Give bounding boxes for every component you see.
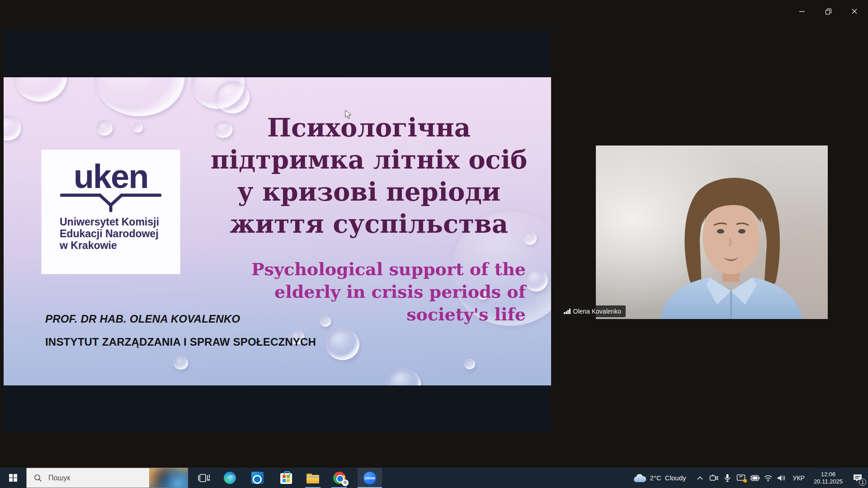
outlook-button[interactable] — [247, 468, 268, 488]
presentation-slide: uken Uniwersytet Komisji Edukacji Narodo… — [4, 77, 551, 385]
task-view-button[interactable] — [193, 468, 214, 488]
bubble — [174, 356, 188, 370]
search-placeholder: Пошук — [48, 474, 70, 482]
cast-notification-dot — [743, 479, 747, 483]
speaker-icon — [777, 474, 786, 482]
signal-bars-icon — [564, 309, 571, 314]
zoom-button[interactable]: zoom — [358, 468, 382, 488]
bubble — [215, 81, 250, 113]
bubble — [96, 120, 113, 136]
slide-institute: INSTYTUT ZARZĄDZANIA I SPRAW SPOŁECZNYCH — [45, 336, 316, 348]
chrome-profile-badge — [342, 479, 349, 486]
hidden-icons-button[interactable] — [693, 468, 707, 488]
start-icon — [9, 474, 17, 482]
bubble — [94, 77, 184, 116]
minimize-icon — [799, 8, 805, 14]
task-view-icon — [198, 473, 210, 483]
participant-name-tag: Olena Kovalenko — [561, 305, 626, 317]
close-button[interactable] — [844, 5, 864, 18]
file-explorer-icon — [307, 474, 319, 483]
microphone-tray-button[interactable] — [721, 468, 734, 488]
close-icon — [851, 8, 858, 14]
participant-portrait — [596, 145, 828, 319]
weather-widget[interactable]: 2°C Cloudy — [628, 468, 693, 488]
restore-button[interactable] — [818, 5, 838, 18]
system-tray: 2°C Cloudy — [628, 468, 868, 488]
edge-icon — [224, 472, 236, 484]
zoom-icon: zoom — [363, 472, 376, 484]
camera-icon — [709, 474, 718, 482]
edge-button[interactable] — [219, 468, 240, 488]
slide-title: Психологічна підтримка літніх осіб у кри… — [139, 112, 551, 240]
minimize-button[interactable] — [792, 5, 812, 18]
bubble — [4, 115, 21, 141]
battery-icon — [749, 475, 760, 481]
language-indicator[interactable]: УКР — [788, 474, 809, 482]
search-icon — [34, 474, 42, 482]
participant-video[interactable]: Olena Kovalenko — [596, 145, 828, 319]
camera-tray-button[interactable] — [707, 468, 721, 488]
search-highlight-image[interactable] — [149, 468, 188, 488]
slide-subtitle: Psychological support of the elderly in … — [209, 258, 526, 326]
taskbar: Пошук zoom — [0, 468, 868, 488]
clock-time: 12:06 — [814, 471, 843, 478]
restore-icon — [825, 8, 832, 15]
bubble — [464, 359, 475, 369]
bubble — [14, 77, 67, 102]
weather-temperature: 2°C — [650, 474, 661, 482]
zoom-meeting-window: uken Uniwersytet Komisji Edukacji Narodo… — [0, 0, 868, 488]
clock-date: 20.11.2025 — [814, 478, 843, 485]
taskbar-clock[interactable]: 12:06 20.11.2025 — [809, 471, 847, 485]
weather-condition: Cloudy — [665, 474, 686, 482]
taskbar-search[interactable]: Пошук — [26, 468, 188, 488]
bubble — [387, 369, 421, 385]
file-explorer-button[interactable] — [302, 468, 323, 488]
store-icon — [280, 473, 292, 484]
notification-count-badge: 1 — [859, 479, 866, 486]
screen-share-area: uken Uniwersytet Komisji Edukacji Narodo… — [4, 29, 551, 432]
notification-center-button[interactable]: 1 — [847, 468, 868, 488]
microphone-icon — [724, 474, 731, 482]
battery-tray-button[interactable] — [748, 468, 761, 488]
chevron-up-icon — [697, 476, 703, 480]
store-button[interactable] — [276, 468, 297, 488]
volume-tray-button[interactable] — [775, 468, 788, 488]
weather-cloud-icon — [633, 474, 646, 483]
mouse-cursor — [345, 110, 352, 119]
window-controls — [792, 5, 864, 18]
wifi-tray-button[interactable] — [761, 468, 775, 488]
slide-author: PROF. DR HAB. OLENA KOVALENKO — [45, 313, 240, 325]
start-button[interactable] — [0, 468, 26, 488]
cast-tray-button[interactable] — [734, 468, 748, 488]
participant-name: Olena Kovalenko — [573, 308, 622, 315]
chrome-button[interactable] — [329, 468, 349, 488]
outlook-icon — [251, 472, 264, 484]
wifi-icon — [764, 474, 773, 482]
bubble — [326, 328, 359, 360]
